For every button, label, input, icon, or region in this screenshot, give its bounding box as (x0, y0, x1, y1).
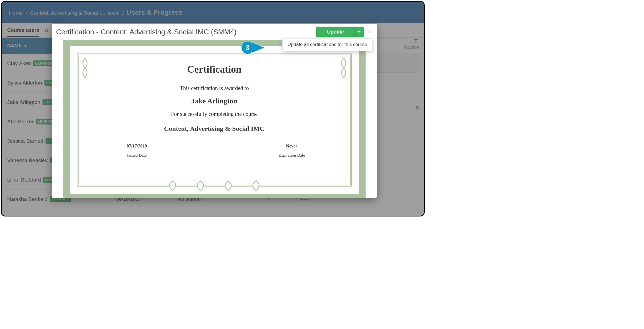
update-button[interactable]: Update (316, 27, 354, 37)
update-dropdown-toggle[interactable] (354, 27, 364, 37)
cert-course: Content, Advertising & Social IMC (90, 125, 339, 132)
certification-modal: Certification - Content, Advertising & S… (52, 24, 377, 198)
issued-date-block: 07/17/2019 Issued Date (95, 144, 178, 158)
modal-body: Certification This certification is awar… (52, 40, 377, 198)
modal-header: Certification - Content, Advertising & S… (52, 24, 377, 40)
expiration-date-value: Never (250, 144, 333, 150)
certificate: Certification This certification is awar… (63, 40, 366, 198)
dropdown-item-update-all[interactable]: Update all certifications for this cours… (288, 42, 367, 47)
callout-annotation: 3 (242, 39, 264, 57)
issued-date-value: 07/17/2019 (95, 144, 178, 150)
cert-recipient: Jake Arlington (90, 97, 339, 105)
ornament-icon (156, 180, 273, 193)
update-dropdown-menu: Update all certifications for this cours… (282, 38, 373, 51)
close-icon[interactable]: × (367, 29, 373, 36)
update-button-group: Update (316, 27, 364, 37)
expiration-date-label: Expiration Date (250, 153, 333, 158)
cert-awarded-to: This certification is awarded to (90, 85, 339, 91)
modal-title: Certification - Content, Advertising & S… (56, 28, 237, 36)
ornament-bottom (70, 179, 359, 194)
cert-heading: Certification (90, 63, 339, 75)
callout-tail-icon (252, 43, 264, 53)
certificate-inner: Certification This certification is awar… (77, 53, 352, 187)
cert-completing: For successfully completing the course (90, 111, 339, 117)
issued-date-label: Issued Date (95, 153, 178, 158)
expiration-date-block: Never Expiration Date (250, 144, 333, 158)
caret-down-icon (358, 31, 361, 33)
